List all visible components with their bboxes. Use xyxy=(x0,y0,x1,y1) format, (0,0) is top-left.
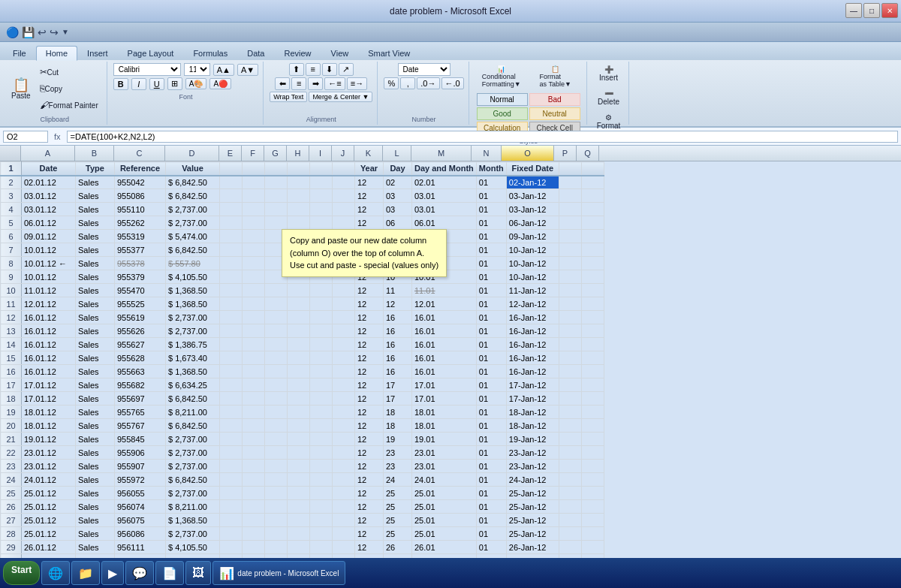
col-header-j[interactable]: J xyxy=(332,146,354,161)
cell-B24[interactable]: Sales xyxy=(76,473,115,487)
font-size-select[interactable]: 11 xyxy=(184,63,210,76)
cell-Q21[interactable] xyxy=(581,433,604,446)
cell-M26[interactable]: 25.01 xyxy=(412,500,477,514)
cell-C22[interactable]: 955906 xyxy=(115,446,166,460)
format-as-table-button[interactable]: 📋 Formatas Table▼ xyxy=(529,63,582,90)
cell-F25[interactable] xyxy=(243,487,265,500)
cell-G18[interactable] xyxy=(265,392,288,406)
cell-C19[interactable]: 955765 xyxy=(115,406,166,419)
col-header-b[interactable]: B xyxy=(75,146,114,161)
col-header-d[interactable]: D xyxy=(165,146,219,161)
cell-G13[interactable] xyxy=(265,324,288,338)
cell-J2[interactable] xyxy=(333,176,355,189)
italic-button[interactable]: I xyxy=(131,78,146,90)
cell-O9[interactable]: 10-Jan-12 xyxy=(506,270,559,284)
col-header-f[interactable]: F xyxy=(242,146,264,161)
cell-N14[interactable]: 01 xyxy=(476,338,506,351)
cell-P11[interactable] xyxy=(559,297,581,311)
cell-G14[interactable] xyxy=(265,338,288,351)
cell-M16[interactable]: 16.01 xyxy=(412,365,477,378)
orientation-button[interactable]: ↗ xyxy=(339,63,354,76)
cell-N8[interactable]: 01 xyxy=(476,257,506,270)
cell-G15[interactable] xyxy=(265,351,288,365)
cell-H29[interactable] xyxy=(288,541,310,554)
cell-K13[interactable]: 12 xyxy=(355,324,384,338)
cell-A11[interactable]: 12.01.12 xyxy=(22,297,76,311)
cell-F16[interactable] xyxy=(243,365,265,378)
cell-D16[interactable]: $ 1,368.50 xyxy=(166,365,220,378)
cell-M13[interactable]: 16.01 xyxy=(412,324,477,338)
cell-G10[interactable] xyxy=(265,284,288,297)
align-left-button[interactable]: ⬅ xyxy=(275,77,290,90)
cell-B6[interactable]: Sales xyxy=(76,230,115,243)
cell-Q18[interactable] xyxy=(581,392,604,406)
cell-O29[interactable]: 26-Jan-12 xyxy=(506,541,559,554)
cell-N24[interactable]: 01 xyxy=(476,473,506,487)
cell-Q8[interactable] xyxy=(581,257,604,270)
align-top-button[interactable]: ⬆ xyxy=(289,63,304,76)
cell-H23[interactable] xyxy=(288,460,310,473)
cell-E6[interactable] xyxy=(220,230,243,243)
cell-D6[interactable]: $ 5,474.00 xyxy=(166,230,220,243)
cell-Q16[interactable] xyxy=(581,365,604,378)
cell-B7[interactable]: Sales xyxy=(76,243,115,257)
cell-B5[interactable]: Sales xyxy=(76,216,115,230)
cell-F26[interactable] xyxy=(243,500,265,514)
cell-N9[interactable]: 01 xyxy=(476,270,506,284)
cell-F20[interactable] xyxy=(243,419,265,433)
cell-F11[interactable] xyxy=(243,297,265,311)
merge-center-button[interactable]: Merge & Center ▼ xyxy=(309,92,372,102)
cell-N26[interactable]: 01 xyxy=(476,500,506,514)
taskbar-msg[interactable]: 💬 xyxy=(125,561,154,585)
header-e[interactable] xyxy=(220,162,243,176)
cell-J24[interactable] xyxy=(333,473,355,487)
cell-B28[interactable]: Sales xyxy=(76,527,115,541)
cell-F5[interactable] xyxy=(243,216,265,230)
cell-O14[interactable]: 16-Jan-12 xyxy=(506,338,559,351)
cell-P29[interactable] xyxy=(559,541,581,554)
cell-L22[interactable]: 23 xyxy=(384,446,412,460)
header-reference[interactable]: Reference xyxy=(115,162,166,176)
cell-F19[interactable] xyxy=(243,406,265,419)
cell-I22[interactable] xyxy=(310,446,333,460)
cell-E2[interactable] xyxy=(220,176,243,189)
align-middle-button[interactable]: ≡ xyxy=(306,63,321,76)
cell-E4[interactable] xyxy=(220,203,243,216)
cell-E12[interactable] xyxy=(220,311,243,324)
cell-J29[interactable] xyxy=(333,541,355,554)
cell-B4[interactable]: Sales xyxy=(76,203,115,216)
redo-button[interactable]: ↪ xyxy=(50,26,59,38)
cell-D12[interactable]: $ 2,737.00 xyxy=(166,311,220,324)
cell-Q24[interactable] xyxy=(581,473,604,487)
cell-D17[interactable]: $ 6,634.25 xyxy=(166,378,220,392)
cell-J16[interactable] xyxy=(333,365,355,378)
taskbar-word[interactable]: 📄 xyxy=(155,561,184,585)
cell-P17[interactable] xyxy=(559,378,581,392)
cell-P26[interactable] xyxy=(559,500,581,514)
cell-P27[interactable] xyxy=(559,514,581,527)
cell-P6[interactable] xyxy=(559,230,581,243)
cell-K22[interactable]: 12 xyxy=(355,446,384,460)
cell-J25[interactable] xyxy=(333,487,355,500)
header-day-month[interactable]: Day and Month xyxy=(412,162,477,176)
cell-M27[interactable]: 25.01 xyxy=(412,514,477,527)
cell-H16[interactable] xyxy=(288,365,310,378)
cell-E13[interactable] xyxy=(220,324,243,338)
cell-K21[interactable]: 12 xyxy=(355,433,384,446)
cell-K16[interactable]: 12 xyxy=(355,365,384,378)
cell-H12[interactable] xyxy=(288,311,310,324)
cell-Q4[interactable] xyxy=(581,203,604,216)
cell-I17[interactable] xyxy=(310,378,333,392)
cell-C23[interactable]: 955907 xyxy=(115,460,166,473)
border-button[interactable]: ⊞ xyxy=(167,77,182,90)
cell-G3[interactable] xyxy=(265,189,288,203)
cell-N11[interactable]: 01 xyxy=(476,297,506,311)
cell-G27[interactable] xyxy=(265,514,288,527)
cell-O25[interactable]: 25-Jan-12 xyxy=(506,487,559,500)
cell-P19[interactable] xyxy=(559,406,581,419)
cell-G11[interactable] xyxy=(265,297,288,311)
cell-P5[interactable] xyxy=(559,216,581,230)
cell-M2[interactable]: 02.01 xyxy=(412,176,477,189)
cell-E23[interactable] xyxy=(220,460,243,473)
cell-M14[interactable]: 16.01 xyxy=(412,338,477,351)
